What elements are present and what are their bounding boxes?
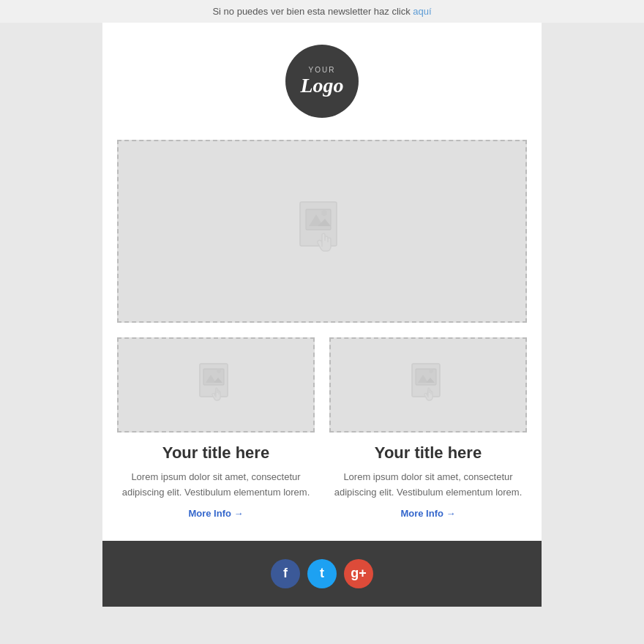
twitter-icon: t bbox=[320, 566, 324, 581]
svg-point-14 bbox=[429, 369, 433, 373]
top-bar: Si no puedes ver bien esta newsletter ha… bbox=[0, 0, 644, 23]
hero-image-placeholder[interactable] bbox=[117, 140, 527, 323]
facebook-icon: f bbox=[283, 566, 288, 581]
hero-image-icon bbox=[293, 198, 351, 264]
svg-point-4 bbox=[321, 210, 327, 216]
top-bar-link[interactable]: aquí bbox=[413, 6, 431, 17]
col2-image-placeholder[interactable] bbox=[329, 337, 527, 433]
social-icons-group: f t g+ bbox=[117, 559, 527, 588]
column-2: Your title here Lorem ipsum dolor sit am… bbox=[322, 337, 527, 519]
col1-placeholder-svg bbox=[196, 362, 236, 409]
facebook-link[interactable]: f bbox=[271, 559, 300, 588]
col1-body: Lorem ipsum dolor sit amet, consectetur … bbox=[117, 470, 315, 501]
google-icon: g+ bbox=[351, 566, 367, 581]
email-footer: f t g+ bbox=[102, 541, 542, 607]
twitter-link[interactable]: t bbox=[307, 559, 337, 588]
col1-title: Your title here bbox=[117, 443, 315, 463]
logo-logo-text: Logo bbox=[300, 74, 343, 97]
hero-placeholder-svg bbox=[293, 198, 351, 264]
logo-your-text: YOUR bbox=[309, 66, 336, 74]
column-1: Your title here Lorem ipsum dolor sit am… bbox=[117, 337, 322, 519]
svg-point-9 bbox=[217, 369, 221, 373]
col2-body: Lorem ipsum dolor sit amet, consectetur … bbox=[329, 470, 527, 501]
col2-title: Your title here bbox=[329, 443, 527, 463]
two-column-section: Your title here Lorem ipsum dolor sit am… bbox=[102, 330, 542, 526]
col1-more-info-link[interactable]: More Info → bbox=[117, 508, 315, 519]
col2-image-icon bbox=[408, 362, 449, 409]
hero-section bbox=[102, 132, 542, 330]
col1-image-placeholder[interactable] bbox=[117, 337, 315, 433]
email-header: YOUR Logo bbox=[102, 23, 542, 132]
col1-image-icon bbox=[196, 362, 236, 409]
col2-placeholder-svg bbox=[408, 362, 449, 409]
google-link[interactable]: g+ bbox=[344, 559, 373, 588]
col2-more-info-link[interactable]: More Info → bbox=[329, 508, 527, 519]
email-wrapper: YOUR Logo bbox=[102, 23, 542, 607]
logo: YOUR Logo bbox=[285, 45, 359, 118]
top-bar-text: Si no puedes ver bien esta newsletter ha… bbox=[212, 6, 413, 17]
